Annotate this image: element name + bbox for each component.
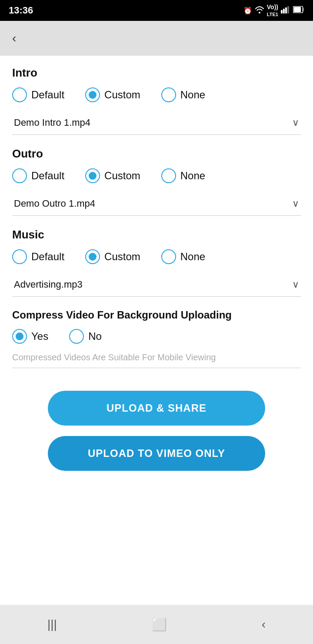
compress-yes-option[interactable]: Yes — [12, 329, 48, 344]
svg-rect-2 — [285, 7, 287, 13]
svg-rect-3 — [287, 6, 289, 13]
compress-no-radio[interactable] — [69, 329, 84, 344]
signal-icon — [281, 6, 290, 15]
intro-title: Intro — [12, 66, 301, 80]
intro-custom-option[interactable]: Custom — [85, 87, 140, 102]
music-dropdown-value: Advertising.mp3 — [14, 279, 83, 290]
intro-custom-radio[interactable] — [85, 87, 100, 102]
compress-title: Compress Video For Background Uploading — [12, 309, 301, 321]
outro-dropdown[interactable]: Demo Outro 1.mp4 ∨ — [12, 192, 301, 216]
music-custom-label: Custom — [104, 251, 140, 263]
outro-custom-label: Custom — [104, 170, 140, 182]
compress-no-option[interactable]: No — [69, 329, 102, 344]
status-icons: ⏰ Vo))LTE1 — [243, 3, 304, 17]
back-button[interactable]: ‹ — [9, 28, 20, 49]
outro-default-label: Default — [31, 170, 64, 182]
intro-default-option[interactable]: Default — [12, 87, 64, 102]
outro-none-radio[interactable] — [161, 168, 176, 183]
outro-title: Outro — [12, 147, 301, 161]
nav-back-icon[interactable]: ‹ — [262, 617, 266, 631]
upload-share-button[interactable]: UPLOAD & SHARE — [48, 391, 265, 426]
music-none-radio[interactable] — [161, 249, 176, 264]
music-custom-radio[interactable] — [85, 249, 100, 264]
lte-icon: Vo))LTE1 — [267, 3, 278, 17]
outro-custom-option[interactable]: Custom — [85, 168, 140, 183]
intro-none-label: None — [180, 89, 205, 101]
outro-dropdown-value: Demo Outro 1.mp4 — [14, 198, 95, 209]
music-none-label: None — [180, 251, 205, 263]
intro-dropdown-arrow: ∨ — [292, 117, 299, 128]
svg-rect-0 — [281, 10, 283, 13]
intro-default-radio[interactable] — [12, 87, 27, 102]
outro-none-option[interactable]: None — [161, 168, 205, 183]
compress-note: Compressed Videos Are Suitable For Mobil… — [12, 352, 301, 368]
toolbar: ‹ — [0, 21, 313, 56]
intro-dropdown-value: Demo Intro 1.mp4 — [14, 117, 90, 128]
intro-none-radio[interactable] — [161, 87, 176, 102]
alarm-icon: ⏰ — [243, 7, 252, 15]
music-dropdown[interactable]: Advertising.mp3 ∨ — [12, 273, 301, 297]
intro-radio-group: Default Custom None — [12, 87, 301, 102]
intro-custom-label: Custom — [104, 89, 140, 101]
compress-yes-radio[interactable] — [12, 329, 27, 344]
outro-dropdown-arrow: ∨ — [292, 198, 299, 209]
status-time: 13:36 — [9, 5, 33, 16]
status-bar: 13:36 ⏰ Vo))LTE1 — [0, 0, 313, 21]
outro-none-label: None — [180, 170, 205, 182]
intro-dropdown[interactable]: Demo Intro 1.mp4 ∨ — [12, 111, 301, 135]
compress-section: Compress Video For Background Uploading … — [12, 309, 301, 368]
compress-radio-group: Yes No — [12, 329, 301, 344]
nav-home-icon[interactable]: ⬜ — [152, 617, 167, 632]
music-dropdown-arrow: ∨ — [292, 279, 299, 290]
compress-yes-label: Yes — [31, 330, 48, 342]
music-custom-option[interactable]: Custom — [85, 249, 140, 264]
music-title: Music — [12, 228, 301, 242]
wifi-icon — [255, 6, 264, 15]
svg-rect-1 — [283, 9, 285, 13]
music-default-option[interactable]: Default — [12, 249, 64, 264]
outro-section: Outro Default Custom None Demo Outro 1.m… — [12, 147, 301, 216]
music-section: Music Default Custom None Advertising.mp… — [12, 228, 301, 297]
outro-default-option[interactable]: Default — [12, 168, 64, 183]
outro-radio-group: Default Custom None — [12, 168, 301, 183]
outro-custom-radio[interactable] — [85, 168, 100, 183]
intro-none-option[interactable]: None — [161, 87, 205, 102]
compress-no-label: No — [88, 330, 102, 342]
battery-icon — [293, 6, 304, 15]
svg-rect-5 — [294, 7, 301, 12]
music-radio-group: Default Custom None — [12, 249, 301, 264]
nav-menu-icon[interactable]: ||| — [47, 617, 57, 631]
upload-vimeo-button[interactable]: UPLOAD TO VIMEO ONLY — [48, 436, 265, 471]
main-content: Intro Default Custom None Demo Intro 1.m… — [0, 56, 313, 605]
music-default-label: Default — [31, 251, 64, 263]
music-default-radio[interactable] — [12, 249, 27, 264]
music-none-option[interactable]: None — [161, 249, 205, 264]
intro-default-label: Default — [31, 89, 64, 101]
outro-default-radio[interactable] — [12, 168, 27, 183]
intro-section: Intro Default Custom None Demo Intro 1.m… — [12, 66, 301, 135]
buttons-area: UPLOAD & SHARE UPLOAD TO VIMEO ONLY — [12, 373, 301, 480]
bottom-nav: ||| ⬜ ‹ — [0, 605, 313, 644]
